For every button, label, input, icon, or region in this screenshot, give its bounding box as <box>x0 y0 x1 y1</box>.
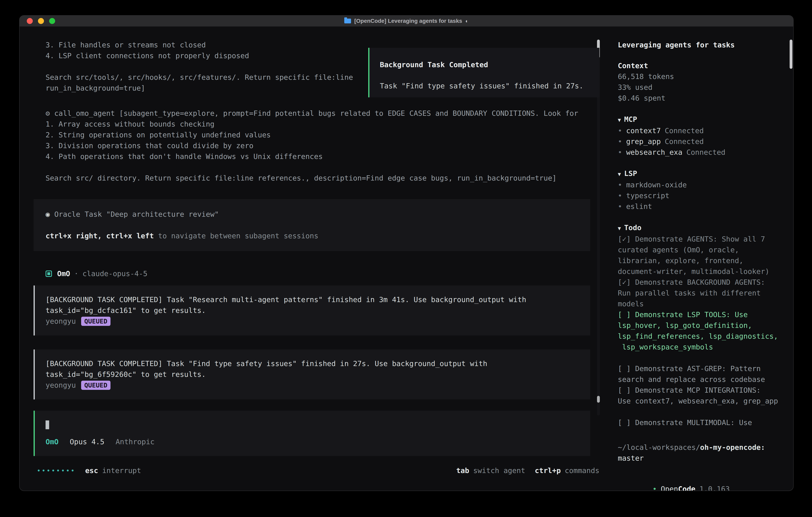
tool-call-line <box>46 162 609 173</box>
tool-call-line: 4. Path operations that don't handle Win… <box>46 151 609 162</box>
section-header-todo[interactable]: ▼Todo <box>618 222 785 234</box>
todo-item: [ ] Demonstrate AST-GREP: Pattern search… <box>618 363 785 385</box>
message-author: yeongyu <box>46 316 76 327</box>
message-text-line: task_id="bg_6f59260c" to get results. <box>46 369 582 380</box>
terminal-pane[interactable]: 3. File handles or streams not closed 4.… <box>20 27 609 491</box>
window-titlebar[interactable]: [OpenCode] Leveraging agents for tasks ◐ <box>20 16 793 27</box>
message-text-line: [BACKGROUND TASK COMPLETED] Task "Resear… <box>46 294 582 305</box>
oracle-task-title: Oracle Task "Deep architecture review" <box>54 210 219 218</box>
activity-indicator-icon: ◐ <box>465 16 468 26</box>
shortcut-switch-agent: tabswitch agent <box>456 465 525 476</box>
activity-dots-icon: •••••••• <box>37 465 76 476</box>
status-badge: QUEUED <box>81 381 111 390</box>
status-bar: •••••••• escinterrupt tabswitch agent ct… <box>34 465 609 476</box>
sidebar-scrollbar-thumb[interactable] <box>790 39 792 69</box>
window-title: [OpenCode] Leveraging agents for tasks ◐ <box>20 16 793 26</box>
oracle-status-icon: ◉ <box>46 210 50 218</box>
bullet-icon: • <box>618 192 622 200</box>
agent-name: OmO <box>57 268 70 279</box>
tool-call-text: call_omo_agent [subagent_type=explore, p… <box>54 109 578 117</box>
message-text-line: task_id="bg_dcfac161" to get results. <box>46 305 582 316</box>
lsp-item: •typescript <box>618 190 785 201</box>
separator-dot: · <box>74 268 79 279</box>
input-agent-name: OmO <box>46 436 59 447</box>
git-branch: master <box>618 453 785 464</box>
bullet-icon: • <box>652 485 657 491</box>
oracle-hint-line: ctrl+x right, ctrl+x left to navigate be… <box>46 230 582 241</box>
tool-call-line: ⚙ call_omo_agent [subagent_type=explore,… <box>46 108 609 119</box>
todo-item: [✓] Demonstrate BACKGROUND AGENTS: Run p… <box>618 277 785 309</box>
agent-model: claude-opus-4-5 <box>83 268 147 279</box>
toast-body: Task "Find type safety issues" finished … <box>380 81 591 91</box>
shortcut-interrupt: escinterrupt <box>85 465 141 476</box>
chevron-down-icon: ▼ <box>618 225 621 231</box>
agent-checkbox-icon <box>46 271 52 277</box>
toast-background-task-completed: Background Task Completed Task "Find typ… <box>368 48 600 98</box>
message-meta: yeongyu QUEUED <box>46 380 582 391</box>
text-cursor <box>46 420 49 429</box>
message-author: yeongyu <box>46 380 76 391</box>
tool-call-line: 1. Array access without bounds checking <box>46 119 609 130</box>
gear-icon: ⚙ <box>46 109 50 117</box>
mcp-item: •context7Connected <box>618 125 785 136</box>
agent-session-header[interactable]: OmO · claude-opus-4-5 <box>46 268 609 279</box>
spacer-line <box>46 220 582 230</box>
context-spent: $0.46 spent <box>618 93 785 104</box>
bullet-icon: • <box>618 137 622 145</box>
context-tokens: 66,518 tokens <box>618 71 785 82</box>
tool-call-block: ⚙ call_omo_agent [subagent_type=explore,… <box>34 108 609 184</box>
window-title-text: [OpenCode] Leveraging agents for tasks <box>354 16 462 26</box>
todo-item: [ ] Demonstrate MCP INTEGRATIONS: Use co… <box>618 385 785 406</box>
lsp-item: •markdown-oxide <box>618 180 785 190</box>
context-heading: Context <box>618 60 785 71</box>
bullet-icon: • <box>618 181 622 189</box>
bullet-icon: • <box>618 127 622 135</box>
workspace-path-prefix: ~/local-workspaces/ <box>618 443 700 452</box>
tool-call-line: 3. Division operations that could divide… <box>46 140 609 151</box>
oracle-task-card[interactable]: ◉Oracle Task "Deep architecture review" … <box>34 199 590 251</box>
prompt-input[interactable]: OmO Opus 4.5 Anthropic <box>34 411 590 456</box>
background-task-message: [BACKGROUND TASK COMPLETED] Task "Resear… <box>34 285 590 335</box>
session-title: Leveraging agents for tasks <box>618 39 785 50</box>
workspace-path: ~/local-workspaces/oh-my-opencode: maste… <box>618 442 785 464</box>
context-used: 33% used <box>618 82 785 93</box>
app-version: •OpenCode1.0.163 <box>618 473 785 491</box>
input-provider-name: Anthropic <box>115 436 154 447</box>
mcp-item: •grep_appConnected <box>618 136 785 147</box>
message-text-line: [BACKGROUND TASK COMPLETED] Task "Find t… <box>46 358 582 369</box>
section-header-lsp[interactable]: ▼LSP <box>618 168 785 180</box>
section-header-mcp[interactable]: ▼MCP <box>618 114 785 125</box>
bullet-icon: • <box>618 202 622 211</box>
chevron-down-icon: ▼ <box>618 117 621 123</box>
sidebar: Leveraging agents for tasks Context 66,5… <box>609 27 793 491</box>
todo-item: [✓] Demonstrate AGENTS: Show all 7 curat… <box>618 234 785 277</box>
message-meta: yeongyu QUEUED <box>46 316 582 327</box>
lsp-item: •eslint <box>618 201 785 212</box>
folder-icon <box>344 19 351 23</box>
shortcut-commands: ctrl+pcommands <box>535 465 600 476</box>
tool-call-line: 2. String operations on potentially unde… <box>46 130 609 140</box>
todo-item: [ ] Demonstrate MULTIMODAL: Use <box>618 417 785 428</box>
mcp-item: •websearch_exaConnected <box>618 147 785 158</box>
toast-title: Background Task Completed <box>380 59 591 70</box>
todo-item: [ ] Demonstrate LSP TOOLS: Use lsp_hover… <box>618 309 785 352</box>
terminal-window: [OpenCode] Leveraging agents for tasks ◐… <box>19 15 793 491</box>
oracle-task-title-line: ◉Oracle Task "Deep architecture review" <box>46 209 582 220</box>
scrollbar-thumb[interactable] <box>597 396 600 403</box>
chevron-down-icon: ▼ <box>618 171 621 177</box>
input-model-name: Opus 4.5 <box>70 436 104 447</box>
background-task-message: [BACKGROUND TASK COMPLETED] Task "Find t… <box>34 350 590 400</box>
bullet-icon: • <box>618 148 622 156</box>
status-badge: QUEUED <box>81 317 111 326</box>
hint-text: to navigate between subagent sessions <box>154 232 318 240</box>
workspace-name: oh-my-opencode: <box>700 443 765 452</box>
input-modeline: OmO Opus 4.5 Anthropic <box>46 436 582 447</box>
tool-call-line: Search src/ directory. Return specific f… <box>46 173 609 184</box>
hint-keys: ctrl+x right, ctrl+x left <box>46 232 154 240</box>
